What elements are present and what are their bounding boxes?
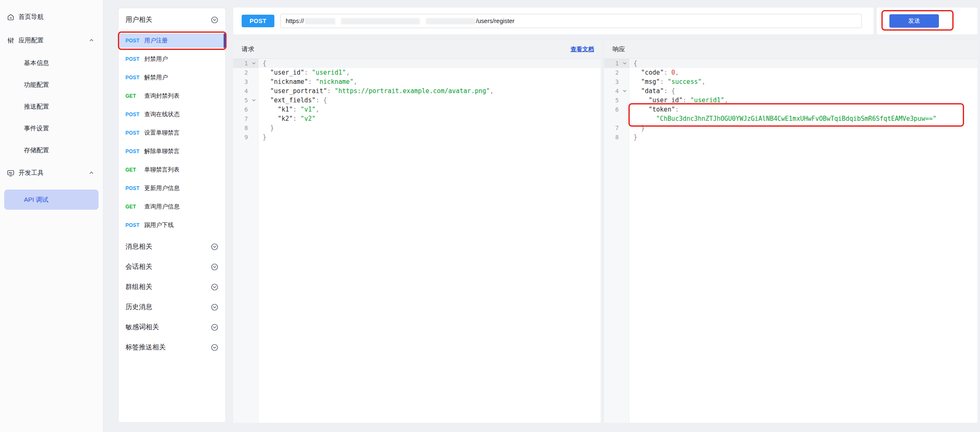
- api-group-header[interactable]: 敏感词相关: [119, 317, 225, 337]
- code-token: "code": [641, 69, 664, 76]
- code-token: ,: [354, 78, 357, 86]
- fold-chevron-icon[interactable]: [622, 88, 627, 94]
- api-group-header[interactable]: 消息相关: [119, 237, 225, 257]
- api-group-header[interactable]: 历史消息: [119, 297, 225, 317]
- api-item-label: 解禁用户: [144, 74, 168, 81]
- fold-chevron-icon[interactable]: [251, 61, 256, 66]
- code-token: :: [675, 106, 679, 113]
- fold-chevron-icon[interactable]: [622, 61, 627, 66]
- request-url-bar: POST https:// /users/register: [233, 8, 873, 34]
- code-line[interactable]: 9}: [233, 133, 601, 142]
- api-group-label: 会话相关: [125, 263, 152, 271]
- api-method-badge: POST: [125, 130, 144, 136]
- api-group-header[interactable]: 标签推送相关: [119, 337, 225, 357]
- sidebar-subitem[interactable]: 存储配置: [0, 139, 103, 161]
- api-group-label: 用户相关: [125, 16, 152, 24]
- code-line[interactable]: 2"user_id": "userid1",: [233, 68, 601, 77]
- url-suffix: /users/register: [476, 18, 515, 24]
- line-number: 3: [604, 77, 629, 86]
- api-endpoint-item[interactable]: POST封禁用户: [119, 52, 225, 66]
- api-method-badge: GET: [125, 93, 144, 99]
- code-token: "success": [667, 78, 701, 86]
- api-method-badge: GET: [125, 167, 144, 173]
- request-panel-header: 请求 查看文档: [233, 40, 601, 59]
- chevron-down-circle-icon: [211, 344, 219, 351]
- code-token: }: [633, 133, 637, 141]
- api-group-header[interactable]: 会话相关: [119, 257, 225, 277]
- response-viewer: 1{2"code": 0,3"msg": "success",4"data": …: [604, 59, 977, 423]
- code-line: 1{: [604, 59, 977, 68]
- line-number: 7: [233, 114, 258, 123]
- sidebar-subitem[interactable]: 推送配置: [0, 96, 103, 117]
- line-number: 7: [604, 123, 629, 133]
- code-token: :: [327, 87, 334, 95]
- sidebar-subitem[interactable]: 基本信息: [0, 52, 103, 74]
- sidebar-item-api-debug[interactable]: API 调试: [4, 190, 99, 210]
- api-endpoint-item[interactable]: POST用户注册: [119, 34, 225, 48]
- chevron-down-circle-icon: [211, 263, 219, 271]
- url-input[interactable]: https:// /users/register: [280, 14, 862, 28]
- code-token: "ext_fields": [270, 96, 315, 104]
- api-endpoint-item[interactable]: POST踢用户下线: [119, 218, 225, 232]
- api-group-header[interactable]: 群组相关: [119, 277, 225, 297]
- code-token: {: [263, 60, 266, 67]
- api-endpoint-item[interactable]: GET查询封禁列表: [119, 89, 225, 103]
- api-method-badge: POST: [125, 222, 144, 228]
- api-item-label: 用户注册: [144, 37, 168, 44]
- code-token: "k2": [278, 115, 293, 122]
- fold-chevron-icon[interactable]: [251, 98, 256, 103]
- api-method-badge: POST: [125, 112, 144, 117]
- sidebar-item-dev-tools[interactable]: 开发工具: [0, 161, 103, 185]
- api-endpoint-item[interactable]: POST解除单聊禁言: [119, 144, 225, 159]
- code-line: 3"msg": "success",: [604, 77, 977, 86]
- api-method-badge: POST: [125, 75, 144, 81]
- code-token: "user_id": [270, 69, 304, 76]
- sidebar-item-label: 应用配置: [18, 36, 44, 44]
- api-item-label: 更新用户信息: [144, 185, 180, 192]
- code-line[interactable]: 1{: [233, 59, 601, 68]
- sidebar-subitem[interactable]: 功能配置: [0, 74, 103, 96]
- api-item-label: 解除单聊禁言: [144, 148, 180, 155]
- api-endpoint-item[interactable]: POST更新用户信息: [119, 181, 225, 195]
- line-number: 8: [604, 133, 629, 142]
- code-text: "token":: [629, 105, 679, 114]
- api-endpoint-item[interactable]: GET查询用户信息: [119, 200, 225, 214]
- code-token: 0: [671, 69, 675, 76]
- code-token: :: [683, 96, 690, 104]
- api-group-label: 标签推送相关: [125, 343, 166, 352]
- code-line[interactable]: 8}: [233, 123, 601, 133]
- code-line[interactable]: 7"k2": "v2": [233, 114, 601, 123]
- sidebar-subitem[interactable]: 事件设置: [0, 117, 103, 139]
- code-line[interactable]: 6"k1": "v1",: [233, 105, 601, 114]
- api-item-label: 单聊禁言列表: [144, 166, 180, 174]
- sidebar-item-home[interactable]: 首页导航: [0, 5, 103, 29]
- request-panel-title: 请求: [242, 45, 254, 53]
- code-line: 4"data": {: [604, 86, 977, 96]
- request-editor[interactable]: 1{2"user_id": "userid1",3"nickname": "ni…: [233, 59, 601, 423]
- code-token: "msg": [641, 78, 660, 86]
- code-text: }: [258, 123, 274, 133]
- code-token: "user_portrait": [270, 87, 327, 95]
- api-item-label: 踢用户下线: [144, 221, 174, 229]
- api-endpoint-item[interactable]: POST设置单聊禁言: [119, 126, 225, 140]
- code-line[interactable]: 5"ext_fields": {: [233, 96, 601, 105]
- code-token: "userid1": [690, 96, 724, 104]
- api-endpoint-item[interactable]: POST解禁用户: [119, 70, 225, 85]
- code-text: }: [258, 133, 266, 142]
- send-button[interactable]: 发送: [889, 14, 939, 28]
- api-group-header[interactable]: 用户相关: [119, 8, 225, 32]
- sidebar-item-app-config[interactable]: 应用配置: [0, 29, 103, 52]
- code-line[interactable]: 4"user_portrait": "https://portrait.exam…: [233, 86, 601, 96]
- chevron-down-circle-icon: [211, 243, 219, 251]
- code-token: "https://portrait.example.com/avatar.png…: [335, 87, 490, 95]
- code-token: : {: [315, 96, 327, 104]
- code-line[interactable]: 3"nickname": "nickname",: [233, 77, 601, 86]
- line-number: 5: [233, 96, 258, 105]
- api-endpoint-item[interactable]: POST查询在线状态: [119, 107, 225, 122]
- chevron-down-circle-icon: [211, 303, 219, 311]
- code-token: {: [633, 60, 637, 67]
- view-docs-link[interactable]: 查看文档: [571, 46, 594, 53]
- api-endpoint-item[interactable]: GET单聊禁言列表: [119, 163, 225, 177]
- api-method-badge: GET: [125, 204, 144, 210]
- code-token: ,: [315, 106, 319, 113]
